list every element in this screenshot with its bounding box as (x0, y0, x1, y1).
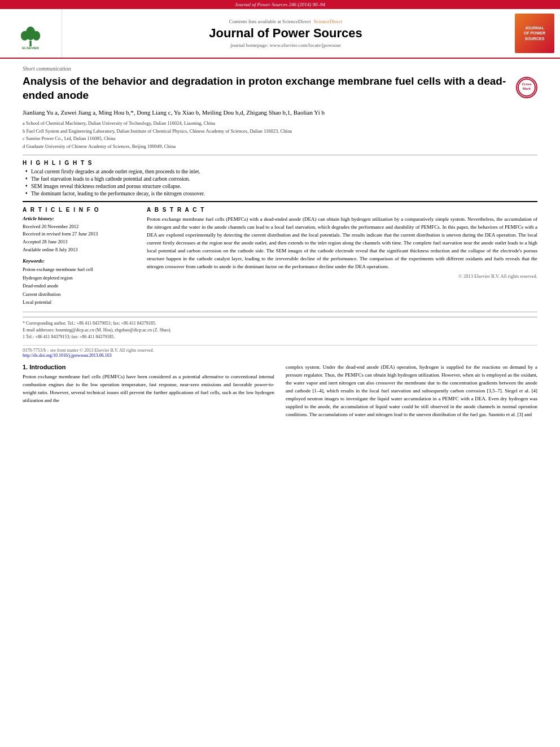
copyright: © 2013 Elsevier B.V. All rights reserved… (147, 273, 537, 279)
svg-text:Cross: Cross (522, 82, 532, 86)
affil-b: b Fuel Cell System and Engineering Labor… (23, 128, 537, 135)
elsevier-logo-area: ELSEVIER (0, 9, 62, 58)
article-type: Short communication (23, 65, 537, 72)
tel-footnote: 1 Tel.: +86 411 84379153; fax: +86 411 8… (23, 334, 537, 340)
doi-link[interactable]: http://dx.doi.org/10.1016/j.jpowsour.201… (23, 353, 112, 358)
keywords-label: Keywords: (23, 258, 135, 264)
journal-logo-text: JOURNALOF POWERSOURCES (524, 25, 545, 41)
abstract-header: A B S T R A C T (147, 207, 537, 213)
abstract-column: A B S T R A C T Proton exchange membrane… (147, 207, 537, 307)
divider-3 (23, 312, 537, 312)
keyword-2: Hydrogen depleted region (23, 274, 135, 282)
intro-col-left: 1. Introduction Proton exchange membrane… (23, 364, 274, 422)
intro-col-right: complex system. Under the dead-end anode… (286, 364, 537, 422)
authors-line: Jianliang Yu a, Zuwei Jiang a, Ming Hou … (23, 108, 537, 117)
main-content: Short communication Analysis of the beha… (0, 59, 560, 429)
journal-name: Journal of Power Sources (209, 26, 362, 41)
article-title: Analysis of the behavior and degradation… (23, 75, 509, 102)
highlight-3: SEM images reveal thickness reduction an… (25, 184, 537, 189)
svg-text:ELSEVIER: ELSEVIER (22, 46, 39, 50)
divider-1 (23, 155, 537, 155)
journal-citation: Journal of Power Sources 246 (2014) 90–9… (235, 2, 325, 7)
affil-c: c Sunrise Power Co., Ltd, Dalian 116085,… (23, 135, 537, 142)
footnotes: * Corresponding author. Tel.: +86 411 84… (23, 317, 537, 340)
affil-d: d Graduate University of Chinese Academy… (23, 143, 537, 150)
intro-title: 1. Introduction (23, 364, 274, 370)
body-intro-section: 1. Introduction Proton exchange membrane… (23, 364, 537, 422)
crossmark-area: Cross Mark (516, 77, 537, 98)
history-label: Article history: (23, 216, 135, 221)
received-date: Received 20 November 2012 Received in re… (23, 223, 135, 254)
highlight-2: The fuel starvation leads to a high cath… (25, 176, 537, 182)
article-info-header: A R T I C L E I N F O (23, 207, 135, 213)
keywords-list: Proton exchange membrane fuel cell Hydro… (23, 265, 135, 306)
keyword-3: Dead-ended anode (23, 282, 135, 290)
highlights-list: Local current firstly degrades at anode … (25, 169, 537, 196)
intro-text-left: Proton exchange membrane fuel cells (PEM… (23, 373, 274, 405)
highlight-4: The dominant factor, leading to the perf… (25, 191, 537, 196)
journal-logo-area: JOURNALOF POWERSOURCES (509, 9, 560, 58)
page: Journal of Power Sources 246 (2014) 90–9… (0, 0, 560, 429)
issn-line: 0378-7753/$ – see front matter © 2013 El… (23, 348, 537, 353)
highlights-title: H I G H L I G H T S (23, 160, 537, 166)
elsevier-logo-svg: ELSEVIER (7, 16, 55, 50)
svg-text:Mark: Mark (523, 87, 531, 90)
keywords-block: Keywords: Proton exchange membrane fuel … (23, 258, 135, 306)
email-footnote: E-mail addresses: houming@dicp.ac.cn (M.… (23, 327, 537, 334)
svg-rect-0 (29, 41, 31, 46)
keyword-1: Proton exchange membrane fuel cell (23, 265, 135, 273)
article-info-column: A R T I C L E I N F O Article history: R… (23, 207, 135, 307)
article-history-block: Article history: Received 20 November 20… (23, 216, 135, 254)
crossmark-icon: Cross Mark (516, 77, 537, 98)
affil-a: a School of Chemical Machinery, Dalian U… (23, 120, 537, 127)
journal-header: ELSEVIER Contents lists available at Sci… (0, 9, 560, 59)
journal-homepage: journal homepage: www.elsevier.com/locat… (230, 42, 341, 48)
corresponding-author: * Corresponding author. Tel.: +86 411 84… (23, 320, 537, 327)
divider-2 (23, 201, 537, 202)
abstract-text: Proton exchange membrane fuel cells (PEM… (147, 216, 537, 271)
journal-logo-box: JOURNALOF POWERSOURCES (515, 14, 554, 53)
intro-text-right: complex system. Under the dead-end anode… (286, 364, 537, 419)
sciencedirect-link[interactable]: ScienceDirect (314, 19, 342, 24)
journal-citation-bar: Journal of Power Sources 246 (2014) 90–9… (0, 0, 560, 9)
affiliations: a School of Chemical Machinery, Dalian U… (23, 120, 537, 150)
highlight-1: Local current firstly degrades at anode … (25, 169, 537, 174)
bottom-identifiers: 0378-7753/$ – see front matter © 2013 El… (23, 345, 537, 358)
keyword-5: Local potential (23, 298, 135, 306)
info-abstract-section: A R T I C L E I N F O Article history: R… (23, 207, 537, 307)
journal-title-area: Contents lists available at ScienceDirec… (62, 9, 509, 58)
sciencedirect-info: Contents lists available at ScienceDirec… (229, 19, 343, 24)
article-title-row: Analysis of the behavior and degradation… (23, 75, 537, 102)
keyword-4: Current distribution (23, 290, 135, 298)
svg-point-3 (33, 31, 41, 41)
svg-point-2 (21, 31, 29, 41)
